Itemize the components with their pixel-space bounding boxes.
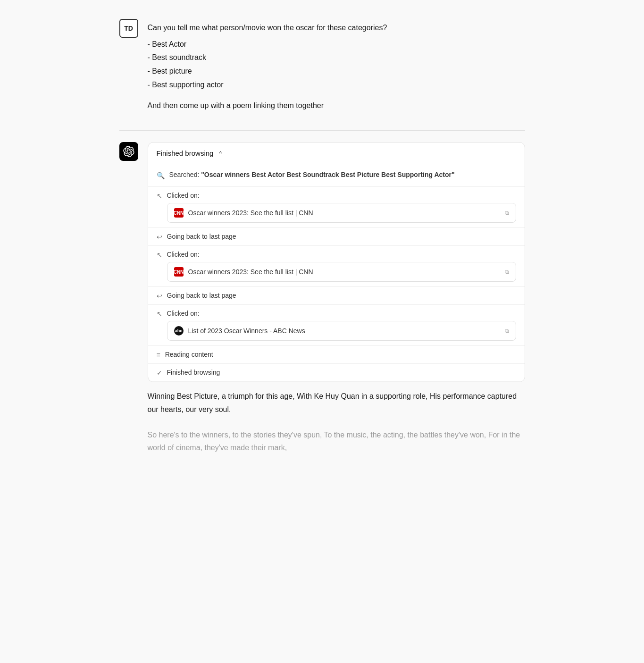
clicked-on-label-2: Clicked on:	[167, 251, 516, 258]
category-item-3: - Best picture	[148, 65, 525, 78]
clicked-on-label-3: Clicked on:	[167, 310, 516, 317]
poem-faded-text: So here's to the winners, to the stories…	[148, 431, 520, 452]
ai-content: Finished browsing ^ 🔍 Searched: "Oscar w…	[148, 142, 525, 454]
ai-message: Finished browsing ^ 🔍 Searched: "Oscar w…	[119, 142, 525, 454]
external-link-icon-2: ⧉	[505, 269, 509, 275]
category-item-2: - Best soundtrack	[148, 51, 525, 65]
browsing-panel: Finished browsing ^ 🔍 Searched: "Oscar w…	[148, 142, 525, 382]
check-icon: ✓	[157, 369, 162, 377]
reading-icon: ≡	[157, 351, 160, 359]
user-message-intro: Can you tell me what person/movie won th…	[148, 22, 525, 34]
ai-avatar	[119, 142, 138, 161]
browse-click-item-1: ↖ Clicked on: CNN Oscar winners 2023: Se…	[148, 187, 525, 228]
back-icon-2: ↩	[157, 292, 162, 300]
go-back-label-1: Going back to last page	[167, 233, 236, 240]
back-icon-1: ↩	[157, 233, 162, 241]
cnn-link-2[interactable]: CNN Oscar winners 2023: See the full lis…	[167, 262, 516, 282]
user-message: TD Can you tell me what person/movie won…	[119, 19, 525, 115]
message-divider	[119, 130, 525, 131]
clicked-on-label-1: Clicked on:	[167, 192, 516, 199]
cnn-favicon-1: CNN	[174, 208, 184, 218]
browsing-chevron: ^	[219, 150, 222, 157]
browse-back-item-2: ↩ Going back to last page	[148, 287, 525, 305]
finished-browsing-label: Finished browsing	[167, 369, 220, 376]
search-query: "Oscar winners Best Actor Best Soundtrac…	[201, 171, 454, 178]
searched-text: Searched: "Oscar winners Best Actor Best…	[169, 170, 455, 180]
external-link-icon-1: ⧉	[505, 210, 509, 216]
reading-label: Reading content	[165, 351, 213, 358]
browsing-header[interactable]: Finished browsing ^	[148, 143, 525, 164]
category-item-4: - Best supporting actor	[148, 78, 525, 92]
abc-link-title: List of 2023 Oscar Winners - ABC News	[188, 327, 305, 335]
poem-text: Winning Best Picture, a triumph for this…	[148, 390, 525, 454]
user-categories: - Best Actor - Best soundtrack - Best pi…	[148, 38, 525, 92]
browse-click-item-2: ↖ Clicked on: CNN Oscar winners 2023: Se…	[148, 246, 525, 287]
poem-visible-text: Winning Best Picture, a triumph for this…	[148, 392, 517, 413]
cnn-link-title-1: Oscar winners 2023: See the full list | …	[188, 209, 313, 217]
cnn-link-title-2: Oscar winners 2023: See the full list | …	[188, 268, 313, 276]
external-link-icon-3: ⧉	[505, 327, 509, 334]
browse-search-item: 🔍 Searched: "Oscar winners Best Actor Be…	[148, 164, 525, 187]
browse-back-item-1: ↩ Going back to last page	[148, 228, 525, 246]
openai-logo-icon	[123, 146, 134, 157]
browsing-header-label: Finished browsing	[157, 149, 214, 157]
browse-finished-item: ✓ Finished browsing	[148, 364, 525, 382]
go-back-label-2: Going back to last page	[167, 292, 236, 299]
browse-click-item-3: ↖ Clicked on: abc List of 2023 Oscar Win…	[148, 305, 525, 346]
cursor-icon-1: ↖	[157, 192, 162, 200]
cnn-favicon-2: CNN	[174, 267, 184, 277]
cnn-link-1[interactable]: CNN Oscar winners 2023: See the full lis…	[167, 203, 516, 223]
user-avatar: TD	[119, 19, 138, 38]
searched-label: Searched:	[169, 171, 201, 178]
cursor-icon-2: ↖	[157, 251, 162, 259]
browsing-body: 🔍 Searched: "Oscar winners Best Actor Be…	[148, 164, 525, 382]
browse-reading-item: ≡ Reading content	[148, 346, 525, 364]
user-content: Can you tell me what person/movie won th…	[148, 19, 525, 115]
category-item-1: - Best Actor	[148, 38, 525, 51]
cursor-icon-3: ↖	[157, 310, 162, 318]
abc-favicon: abc	[174, 326, 184, 336]
user-message-outro: And then come up with a poem linking the…	[148, 100, 525, 112]
search-icon: 🔍	[157, 171, 165, 181]
abc-link[interactable]: abc List of 2023 Oscar Winners - ABC New…	[167, 321, 516, 341]
